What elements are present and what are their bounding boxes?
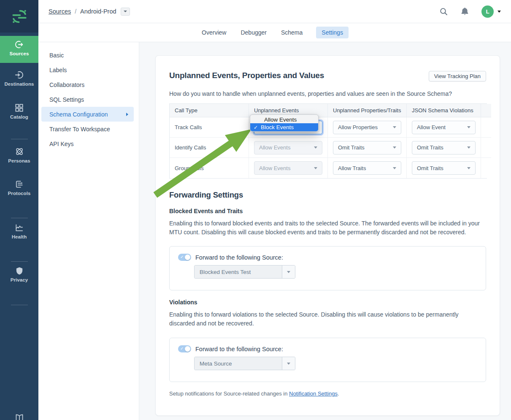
- sidebar-item-protocols[interactable]: Protocols: [0, 179, 38, 196]
- blocked-events-forward-box: ✓ Forward to the following Source: Block…: [169, 246, 486, 290]
- view-tracking-plan-button[interactable]: View Tracking Plan: [429, 71, 486, 81]
- sidebar-item-destinations[interactable]: Destinations: [0, 70, 38, 87]
- column-header-json-violations: JSON Schema Violations: [407, 104, 481, 117]
- schema-settings-card: Unplanned Events, Properties and Values …: [155, 55, 500, 416]
- breadcrumb-current-source: Android-Prod: [80, 8, 116, 15]
- forward-source-label: Forward to the following Source:: [195, 254, 283, 261]
- sidebar-item-catalog[interactable]: Catalog: [0, 103, 38, 119]
- violations-forward-toggle[interactable]: ✓: [178, 345, 191, 352]
- unplanned-properties-select-identify[interactable]: Omit Traits: [333, 141, 401, 154]
- privacy-icon: [15, 266, 24, 276]
- sidebar-item-privacy[interactable]: Privacy: [0, 266, 38, 282]
- protocols-icon: [14, 179, 24, 189]
- violations-description: Enabling this to forward violations to t…: [169, 310, 484, 328]
- select-caret-icon: [393, 126, 396, 128]
- settings-menu-item-api-keys[interactable]: API Keys: [38, 136, 139, 151]
- cell-call-type: Track Calls: [170, 117, 249, 138]
- select-caret-icon: [393, 167, 396, 169]
- json-violations-select-group[interactable]: Omit Traits: [412, 161, 476, 175]
- sidebar-item-sources[interactable]: Sources: [0, 36, 38, 63]
- catalog-icon: [14, 103, 24, 113]
- cell-spacer: [481, 138, 491, 158]
- select-value: Omit Traits: [338, 144, 365, 151]
- select-value: Allow Event: [417, 124, 446, 130]
- select-caret-icon: [393, 146, 396, 149]
- tab-settings[interactable]: Settings: [316, 27, 349, 38]
- rail-divider: [11, 261, 28, 262]
- source-switcher-button[interactable]: [121, 8, 130, 16]
- tab-schema[interactable]: Schema: [280, 27, 303, 38]
- select-value: Omit Traits: [417, 144, 443, 151]
- settings-menu-item-sql-settings[interactable]: SQL Settings: [38, 92, 139, 107]
- cell-json-violations: Allow Event: [407, 117, 481, 138]
- tab-debugger[interactable]: Debugger: [240, 27, 268, 38]
- dropdown-option-label: Block Events: [261, 124, 294, 130]
- select-caret-icon: [314, 167, 317, 169]
- destinations-icon: [14, 70, 24, 80]
- tab-overview[interactable]: Overview: [201, 27, 227, 38]
- column-header-spacer: [481, 104, 491, 117]
- unplanned-events-select-identify[interactable]: Allow Events: [254, 141, 322, 154]
- cell-spacer: [481, 117, 491, 138]
- settings-menu-item-transfer-to-workspace[interactable]: Transfer To Workspace: [38, 122, 139, 136]
- account-menu-chevron-icon[interactable]: [497, 11, 501, 13]
- section-description: How do you want to handle when unplanned…: [169, 90, 486, 97]
- settings-menu-item-schema-configuration[interactable]: Schema Configuration: [41, 107, 134, 122]
- sidebar-item-health[interactable]: Health: [0, 223, 38, 239]
- select-caret-icon: [314, 146, 317, 149]
- settings-menu-item-collaborators[interactable]: Collaborators: [38, 77, 139, 92]
- rail-divider: [11, 305, 28, 305]
- settings-menu-item-label: Schema Configuration: [49, 111, 108, 118]
- select-caret-icon: [287, 271, 290, 273]
- sidebar-item-personas[interactable]: Personas: [0, 146, 38, 163]
- cell-call-type: Identify Calls: [170, 138, 249, 158]
- toggle-check-icon: ✓: [180, 346, 184, 351]
- breadcrumb-sources-link[interactable]: Sources: [49, 8, 71, 15]
- settings-menu-item-labels[interactable]: Labels: [38, 62, 139, 77]
- blocked-events-forward-toggle[interactable]: ✓: [178, 254, 191, 261]
- json-violations-select-track[interactable]: Allow Event: [412, 121, 476, 134]
- section-title-unplanned: Unplanned Events, Properties and Values: [169, 71, 324, 80]
- select-value: Omit Traits: [417, 165, 443, 171]
- notification-settings-link[interactable]: Notification Settings: [289, 390, 338, 397]
- app-logo[interactable]: [0, 0, 38, 33]
- footnote-suffix: .: [338, 390, 339, 397]
- blocked-events-description: Enabling this to forward blocked events …: [169, 219, 484, 237]
- dropdown-option-block-events[interactable]: ✓ Block Events: [250, 123, 318, 131]
- violations-source-select[interactable]: Meta Source: [194, 357, 295, 370]
- cell-unplanned-events: Allow Events: [249, 138, 328, 158]
- cell-unplanned-properties: Allow Properties: [328, 117, 407, 138]
- source-select-value: Meta Source: [195, 357, 282, 370]
- dropdown-option-allow-events[interactable]: Allow Events: [250, 116, 318, 123]
- top-header: Sources / Android-Prod L: [38, 0, 511, 23]
- settings-menu-item-basic[interactable]: Basic: [38, 48, 139, 62]
- violations-heading: Violations: [169, 299, 486, 306]
- source-tab-bar: Overview Debugger Schema Settings: [38, 23, 511, 42]
- search-icon[interactable]: [440, 8, 448, 16]
- notifications-bell-icon[interactable]: [461, 7, 469, 16]
- sidebar-item-label: Catalog: [10, 114, 28, 119]
- blocked-events-source-select[interactable]: Blocked Events Test: [194, 265, 295, 279]
- source-select-caret-button[interactable]: [282, 266, 295, 278]
- unplanned-properties-select-group[interactable]: Allow Traits: [333, 161, 401, 175]
- select-caret-icon: [467, 167, 470, 169]
- source-select-caret-button[interactable]: [282, 357, 295, 370]
- cell-unplanned-properties: Allow Traits: [328, 158, 407, 178]
- main-content: Unplanned Events, Properties and Values …: [139, 42, 511, 420]
- cell-unplanned-events: Allow Events: [249, 158, 328, 178]
- select-value: Allow Properties: [338, 124, 378, 130]
- source-select-value: Blocked Events Test: [195, 266, 282, 278]
- cell-unplanned-properties: Omit Traits: [328, 138, 407, 158]
- cell-json-violations: Omit Traits: [407, 158, 481, 178]
- user-avatar[interactable]: L: [481, 5, 494, 18]
- unplanned-properties-select-track[interactable]: Allow Properties: [333, 121, 401, 134]
- health-icon: [14, 223, 24, 233]
- json-violations-select-identify[interactable]: Omit Traits: [412, 141, 476, 154]
- docs-book-icon[interactable]: [0, 413, 38, 420]
- unplanned-events-select-group[interactable]: Allow Events: [254, 161, 322, 175]
- select-value: Allow Traits: [338, 165, 366, 171]
- unplanned-handling-table: Call Type Unplanned Events Unplanned Pro…: [169, 103, 487, 179]
- sidebar-item-label: Privacy: [11, 277, 28, 282]
- select-caret-icon: [287, 363, 290, 365]
- sidebar-item-label: Sources: [9, 51, 29, 56]
